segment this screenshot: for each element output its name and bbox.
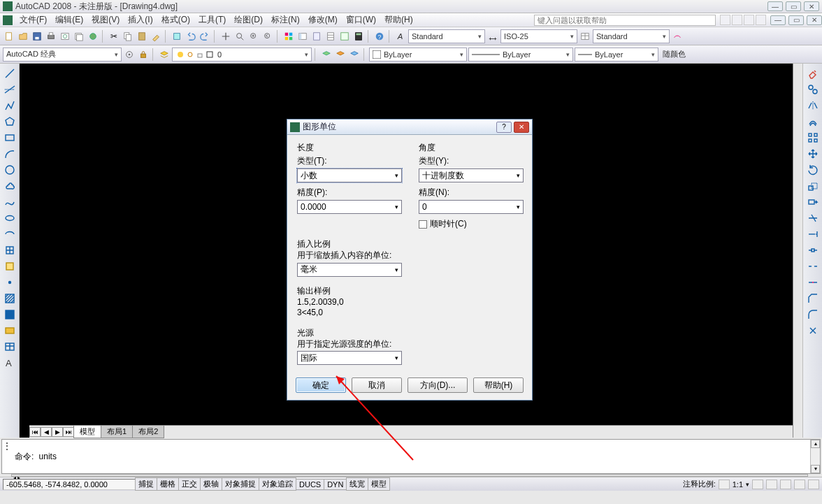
break-at-icon[interactable]: [806, 243, 820, 257]
minimize-button[interactable]: —: [767, 1, 783, 11]
dialog-titlebar[interactable]: 图形单位 ? ✕: [287, 120, 532, 135]
ellipse-arc-icon[interactable]: [3, 227, 17, 241]
menu-draw[interactable]: 绘图(D): [230, 13, 267, 27]
doc-minimize-button[interactable]: —: [770, 15, 786, 25]
color-dropdown[interactable]: ByLayer▾: [369, 48, 467, 62]
cmd-hscroll[interactable]: ◂ ▸: [11, 474, 808, 477]
status-lock-icon[interactable]: [780, 480, 791, 489]
redo-icon[interactable]: [199, 30, 211, 43]
layer-prev-icon[interactable]: [320, 48, 333, 61]
angle-type-select[interactable]: 十进制度数▾: [419, 168, 524, 182]
toggle-ortho[interactable]: 正交: [178, 477, 201, 491]
move-icon[interactable]: [806, 147, 820, 161]
dialog-help-button[interactable]: ?: [496, 122, 512, 133]
dim-style-icon[interactable]: [486, 30, 499, 43]
menu-insert[interactable]: 插入(I): [124, 13, 157, 27]
close-button[interactable]: ✕: [804, 1, 819, 11]
table-style-icon[interactable]: [579, 30, 591, 43]
zoom-window-icon[interactable]: [247, 30, 260, 43]
status-tray-icon[interactable]: [794, 480, 805, 489]
help-icon[interactable]: [756, 15, 766, 25]
maximize-button[interactable]: ▭: [786, 1, 801, 11]
cmd-grip-icon[interactable]: ⋮: [2, 440, 12, 473]
point-icon[interactable]: [3, 275, 17, 289]
dc-icon[interactable]: [296, 30, 309, 43]
undo-icon[interactable]: [185, 30, 197, 43]
zoom-prev-icon[interactable]: [261, 30, 274, 43]
toggle-snap[interactable]: 捕捉: [135, 477, 157, 491]
offset-icon[interactable]: [806, 115, 820, 129]
hatch-icon[interactable]: [3, 291, 17, 305]
circle-icon[interactable]: [3, 163, 17, 177]
anno-auto-icon[interactable]: [766, 480, 777, 489]
paste-icon[interactable]: [136, 30, 148, 43]
extend-icon[interactable]: [806, 227, 820, 241]
new-icon[interactable]: [3, 30, 15, 43]
toggle-polar[interactable]: 极轴: [200, 477, 222, 491]
sheets-icon[interactable]: [324, 30, 337, 43]
menu-view[interactable]: 视图(V): [87, 13, 124, 27]
comm-center-icon[interactable]: [732, 15, 742, 25]
rotate-icon[interactable]: [806, 163, 820, 177]
doc-restore-button[interactable]: ▭: [788, 15, 804, 25]
layer-mgr-icon[interactable]: [158, 48, 171, 61]
length-prec-select[interactable]: 0.0000▾: [297, 200, 402, 214]
matchprop-icon[interactable]: [150, 30, 162, 43]
gradient-icon[interactable]: [3, 308, 17, 322]
dlg-help-button[interactable]: 帮助(H): [473, 377, 524, 393]
help2-icon[interactable]: ?: [373, 30, 386, 43]
menu-tools[interactable]: 工具(T): [194, 13, 230, 27]
3dprint-icon[interactable]: [87, 30, 99, 43]
anno-ratio[interactable]: 1:1: [733, 480, 743, 489]
break-icon[interactable]: [806, 259, 820, 273]
line-icon[interactable]: [3, 66, 17, 80]
menu-help[interactable]: 帮助(H): [380, 13, 417, 27]
ws-settings-icon[interactable]: [123, 48, 136, 61]
tool-palette-icon[interactable]: [310, 30, 323, 43]
publish-icon[interactable]: [73, 30, 85, 43]
arc-icon[interactable]: [3, 147, 17, 161]
toggle-ducs[interactable]: DUCS: [296, 479, 324, 490]
linetype-dropdown[interactable]: ByLayer▾: [468, 48, 573, 62]
insert-unit-select[interactable]: 毫米▾: [297, 263, 402, 277]
favorites-icon[interactable]: [744, 15, 754, 25]
command-line[interactable]: ⋮ 命令: units ▴▾: [1, 439, 821, 474]
canvas-vscroll[interactable]: [793, 64, 802, 438]
make-block-icon[interactable]: [3, 259, 17, 273]
layer-state-icon[interactable]: [334, 48, 347, 61]
mirror-icon[interactable]: [806, 99, 820, 113]
stretch-icon[interactable]: [806, 195, 820, 209]
trim-icon[interactable]: [806, 211, 820, 225]
plot-preview-icon[interactable]: [59, 30, 71, 43]
ellipse-icon[interactable]: [3, 211, 17, 225]
explode-icon[interactable]: [806, 324, 820, 338]
properties-icon[interactable]: [282, 30, 295, 43]
tab-nav-last[interactable]: ⏭: [63, 427, 74, 437]
copy2-icon[interactable]: [806, 82, 820, 96]
mls-icon[interactable]: [671, 30, 684, 43]
table-icon[interactable]: [3, 340, 17, 354]
search-icon[interactable]: [720, 15, 730, 25]
zoom-rt-icon[interactable]: [233, 30, 246, 43]
dialog-close-button[interactable]: ✕: [514, 122, 529, 133]
tab-nav-prev[interactable]: ◀: [41, 427, 52, 437]
save-icon[interactable]: [31, 30, 43, 43]
array-icon[interactable]: [806, 131, 820, 145]
tab-nav-next[interactable]: ▶: [52, 427, 63, 437]
spline-icon[interactable]: [3, 195, 17, 209]
toggle-grid[interactable]: 栅格: [157, 477, 179, 491]
menu-modify[interactable]: 修改(M): [304, 13, 342, 27]
anno-scale-icon[interactable]: [719, 480, 730, 489]
erase-icon[interactable]: [806, 66, 820, 80]
mtext-icon[interactable]: A: [3, 356, 17, 370]
menu-window[interactable]: 窗口(W): [342, 13, 380, 27]
insert-block-icon[interactable]: [3, 243, 17, 257]
pline-icon[interactable]: [3, 99, 17, 113]
block-editor-icon[interactable]: [171, 30, 183, 43]
text-style-dropdown[interactable]: Standard▾: [408, 29, 485, 43]
direction-button[interactable]: 方向(D)...: [408, 377, 468, 393]
ok-button[interactable]: 确定: [296, 377, 346, 393]
dim-style-dropdown[interactable]: ISO-25▾: [500, 29, 577, 43]
table-style-dropdown[interactable]: Standard▾: [593, 29, 670, 43]
length-type-select[interactable]: 小数▾: [297, 168, 402, 182]
